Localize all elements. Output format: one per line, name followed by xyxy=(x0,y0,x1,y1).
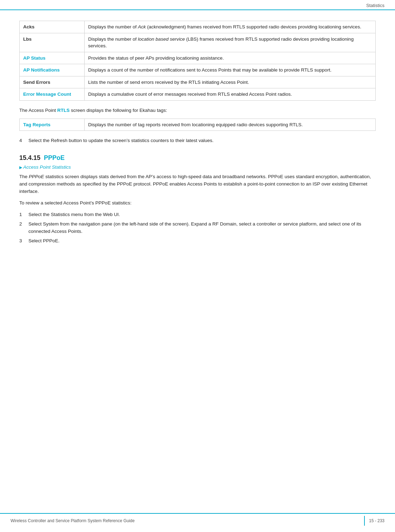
step-number-2: 2 xyxy=(19,221,26,235)
row-desc-tag-reports: Displays the number of tag reports recei… xyxy=(85,119,376,131)
section-name: PPPoE xyxy=(44,154,65,161)
pppoe-body-text: The PPPoE statistics screen displays sta… xyxy=(19,173,376,195)
tag-reports-table: Tag Reports Displays the number of tag r… xyxy=(19,119,376,131)
row-desc-acks: Displays the number of Ack (acknowledgme… xyxy=(85,21,376,33)
system-link[interactable]: System xyxy=(43,221,59,227)
row-label-ap-status: AP Status xyxy=(20,52,85,64)
row-desc-send-errors: Lists the number of send errors received… xyxy=(85,76,376,88)
table-row: Tag Reports Displays the number of tag r… xyxy=(20,119,376,131)
table-row: AP Notifications Displays a count of the… xyxy=(20,64,376,76)
row-label-error-message-count: Error Message Count xyxy=(20,88,85,101)
step-number-1: 1 xyxy=(19,211,26,218)
page-header: Statistics xyxy=(0,0,395,10)
table-row: Lbs Displays the number of location base… xyxy=(20,33,376,52)
step-4: 4 Select the Refresh button to update th… xyxy=(19,137,376,144)
row-label-send-errors: Send Errors xyxy=(20,76,85,88)
step4-text: Select the Refresh button to update the … xyxy=(28,137,213,144)
section-heading: 15.4.15 PPPoE xyxy=(19,154,376,162)
step-3-text: Select PPPoE. xyxy=(28,237,60,245)
row-label-tag-reports: Tag Reports xyxy=(20,119,85,131)
row-desc-lbs: Displays the number of location based se… xyxy=(85,33,376,52)
row-desc-ap-status: Provides the status of peer APs providin… xyxy=(85,52,376,64)
table-row: AP Status Provides the status of peer AP… xyxy=(20,52,376,64)
list-item: 1 Select the Statistics menu from the We… xyxy=(19,211,376,218)
rtls-intro-text: The Access Point RTLS screen displays th… xyxy=(19,107,376,114)
header-title: Statistics xyxy=(366,3,384,8)
page-footer: Wireless Controller and Service Platform… xyxy=(0,513,395,526)
rtls-link: RTLS xyxy=(57,108,70,113)
step-1-text: Select the Statistics menu from the Web … xyxy=(28,211,120,218)
row-label-ap-notifications: AP Notifications xyxy=(20,64,85,76)
row-desc-ap-notifications: Displays a count of the number of notifi… xyxy=(85,64,376,76)
step4-number: 4 xyxy=(19,137,26,144)
list-item: 3 Select PPPoE. xyxy=(19,237,376,245)
row-label-lbs: Lbs xyxy=(20,33,85,52)
section-number: 15.4.15 xyxy=(19,154,40,161)
row-label-acks: Acks xyxy=(20,21,85,33)
table-row: Send Errors Lists the number of send err… xyxy=(20,76,376,88)
row-desc-error-message-count: Displays a cumulative count of error mes… xyxy=(85,88,376,101)
table-row: Acks Displays the number of Ack (acknowl… xyxy=(20,21,376,33)
footer-right: 15 - 233 xyxy=(364,516,384,526)
refresh-link[interactable]: Refresh xyxy=(51,138,67,143)
rtls-table: Acks Displays the number of Ack (acknowl… xyxy=(19,21,376,101)
steps-list: 1 Select the Statistics menu from the We… xyxy=(19,211,376,245)
step-2-text: Select System from the navigation pane (… xyxy=(28,221,376,235)
pppoe-link[interactable]: PPPoE xyxy=(43,238,58,243)
statistics-link[interactable]: Statistics xyxy=(51,212,70,217)
footer-page-number: 15 - 233 xyxy=(369,518,384,523)
list-item: 2 Select System from the navigation pane… xyxy=(19,221,376,235)
access-point-statistics-link[interactable]: Access Point Statistics xyxy=(19,164,376,170)
step-number-3: 3 xyxy=(19,237,26,245)
footer-divider xyxy=(364,516,365,526)
table-row: Error Message Count Displays a cumulativ… xyxy=(20,88,376,101)
review-intro-text: To review a selected Access Point’s PPPo… xyxy=(19,200,376,207)
footer-left: Wireless Controller and Service Platform… xyxy=(11,518,134,523)
